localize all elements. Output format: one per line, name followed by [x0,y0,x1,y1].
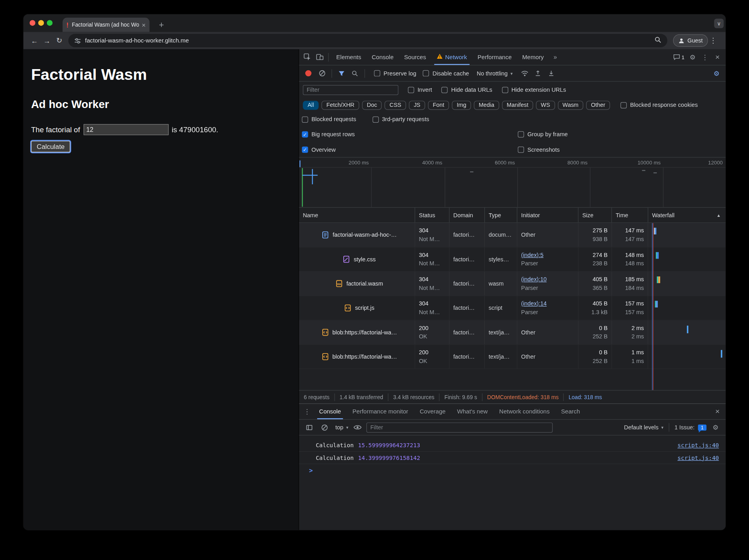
console-settings-gear-icon[interactable]: ⚙ [709,421,722,433]
calculate-button[interactable]: Calculate [31,141,70,153]
site-info-icon[interactable] [74,37,81,44]
preserve-log-toggle[interactable]: Preserve log [374,70,416,77]
column-header-status[interactable]: Status [415,208,450,222]
settings-gear-icon[interactable]: ⚙ [687,51,699,63]
request-row-stylesheet[interactable]: style.css 304Not M… factori… styles… (in… [299,247,726,272]
back-button[interactable]: ← [28,35,41,47]
big-request-rows-toggle[interactable]: ✓ Big request rows [302,131,518,137]
column-header-initiator[interactable]: Initiator [517,208,579,222]
chip-doc[interactable]: Doc [362,100,382,110]
tab-network[interactable]: Network [431,49,472,65]
chip-manifest[interactable]: Manifest [502,100,533,110]
console-sidebar-icon[interactable] [303,421,315,433]
tab-search-chevron-icon[interactable]: ∨ [714,19,724,28]
drawer-tab-whats-new[interactable]: What's new [451,404,494,419]
group-by-frame-checkbox[interactable] [518,131,524,137]
initiator-link[interactable]: (index):5 [521,251,578,259]
network-settings-gear-icon[interactable]: ⚙ [710,67,723,79]
chip-ws[interactable]: WS [536,100,555,110]
tab-memory[interactable]: Memory [517,49,549,65]
console-message[interactable]: Calculation 14.399999976158142 script.js… [299,452,726,464]
group-by-frame-toggle[interactable]: Group by frame [518,131,726,137]
macos-close-button[interactable] [30,20,35,25]
column-header-time[interactable]: Time [612,208,648,222]
search-network-icon[interactable] [349,67,361,79]
blocked-response-cookies-checkbox[interactable] [621,102,627,108]
overview-checkbox[interactable]: ✓ [302,147,308,153]
address-bar[interactable]: factorial-wasm-ad-hoc-worker.glitch.me [68,34,668,47]
clear-network-log-icon[interactable] [316,67,328,79]
screenshots-toggle[interactable]: Screenshots [518,146,726,153]
issues-counter[interactable]: 1 [671,51,687,63]
devtools-menu-icon[interactable]: ⋮ [699,51,711,63]
hide-data-urls-toggle[interactable]: Hide data URLs [441,87,492,93]
hide-extension-urls-checkbox[interactable] [502,87,508,93]
network-conditions-icon[interactable] [519,67,531,79]
issues-link[interactable]: 1 Issue: 1 [674,424,706,431]
chip-wasm[interactable]: Wasm [558,100,583,110]
tab-sources[interactable]: Sources [399,49,432,65]
browser-menu-icon[interactable]: ⋮ [708,36,718,45]
drawer-tab-performance-monitor[interactable]: Performance monitor [347,404,414,419]
reload-button[interactable]: ↻ [53,35,65,47]
chip-font[interactable]: Font [428,100,449,110]
chip-js[interactable]: JS [409,100,425,110]
chip-other[interactable]: Other [586,100,610,110]
preserve-log-checkbox[interactable] [374,70,380,77]
initiator-link[interactable]: (index):10 [521,276,578,283]
tab-console[interactable]: Console [366,49,399,65]
initiator-link[interactable]: (index):14 [521,300,578,307]
column-header-waterfall[interactable]: Waterfall ▲ [648,208,726,222]
macos-fullscreen-button[interactable] [47,20,52,25]
column-header-type[interactable]: Type [485,208,517,222]
screenshots-checkbox[interactable] [518,147,524,153]
drawer-tab-coverage[interactable]: Coverage [414,404,451,419]
inspect-element-icon[interactable] [301,51,313,63]
timeline-range-handle[interactable] [300,160,300,167]
address-bar-search-icon[interactable] [654,36,662,45]
request-row-blob-1[interactable]: blob:https://factorial-wa… 200OK factori… [299,321,726,345]
live-expression-eye-icon[interactable] [351,421,364,433]
drawer-menu-icon[interactable]: ⋮ [301,406,313,418]
devtools-close-icon[interactable]: × [711,51,724,63]
source-location-link[interactable]: script.js:40 [677,442,719,449]
network-overview-timeline[interactable]: 2000 ms 4000 ms 6000 ms 8000 ms 10000 ms… [299,158,726,208]
column-header-domain[interactable]: Domain [449,208,485,222]
source-location-link[interactable]: script.js:40 [677,454,719,461]
import-har-icon[interactable] [532,67,544,79]
chip-img[interactable]: Img [452,100,471,110]
column-header-name[interactable]: Name [299,208,415,222]
drawer-tab-console[interactable]: Console [314,404,347,419]
blocked-requests-toggle[interactable]: Blocked requests [302,116,356,123]
drawer-tab-search[interactable]: Search [555,404,586,419]
request-row-wasm[interactable]: WA factorial.wasm 304Not M… factori… was… [299,272,726,296]
disable-cache-toggle[interactable]: Disable cache [423,70,469,77]
more-tabs-icon[interactable]: » [549,51,561,63]
macos-minimize-button[interactable] [38,20,44,25]
export-har-icon[interactable] [545,67,557,79]
clear-console-icon[interactable] [318,421,331,433]
console-message[interactable]: Calculation 15.599999964237213 script.js… [299,439,726,452]
profile-button[interactable]: Guest [673,35,708,47]
factorial-input[interactable] [83,124,168,135]
third-party-requests-checkbox[interactable] [372,116,379,123]
console-prompt[interactable]: > [299,464,726,477]
blocked-requests-checkbox[interactable] [302,116,308,123]
big-request-rows-checkbox[interactable]: ✓ [302,131,308,137]
execution-context-dropdown[interactable]: top ▾ [335,424,348,431]
filter-funnel-icon[interactable] [335,67,348,79]
chip-all[interactable]: All [303,100,319,110]
disable-cache-checkbox[interactable] [423,70,429,77]
request-row-blob-2[interactable]: blob:https://factorial-wa… 200OK factori… [299,345,726,369]
forward-button[interactable]: → [41,35,53,47]
chip-media[interactable]: Media [474,100,499,110]
invert-toggle[interactable]: Invert [408,87,432,93]
request-row-document[interactable]: factorial-wasm-ad-hoc-… 304Not M… factor… [299,223,726,247]
record-network-log-button[interactable] [305,70,312,77]
chip-css[interactable]: CSS [385,100,406,110]
chip-fetch-xhr[interactable]: Fetch/XHR [321,100,359,110]
hide-data-urls-checkbox[interactable] [441,87,448,93]
overview-toggle[interactable]: ✓ Overview [302,146,518,153]
tab-close-icon[interactable]: × [142,21,146,29]
third-party-requests-toggle[interactable]: 3rd-party requests [372,116,429,123]
